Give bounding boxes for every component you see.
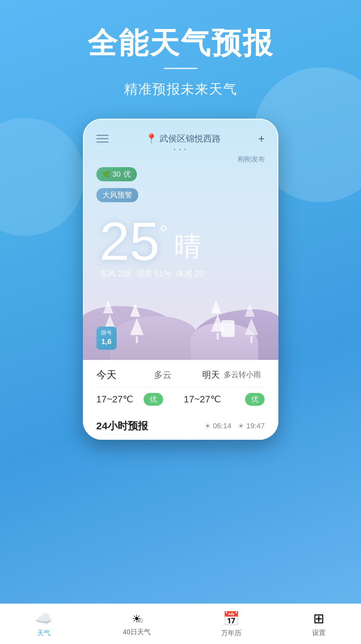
warning-text: 大风预警 (102, 190, 132, 200)
feel-info: 体感 25° (176, 268, 207, 279)
40day-nav-label: 40日天气 (123, 627, 151, 637)
hourly-forecast-header: 24小时预报 ☀ 06:14 ☀ 19:47 (83, 412, 278, 433)
calendar-nav-icon: 📅 (223, 611, 240, 626)
forecast-section: 今天 多云 明天 多云转小雨 17~27℃ 优 17~27℃ 优 24小时预报 (83, 360, 278, 440)
phone-inner: 📍 武侯区锦悦西路 + • • • 刚刚发布 🌿 30 优 大风预警 (83, 119, 278, 279)
calendar-nav-label: 万年历 (221, 628, 241, 638)
location-dots: • • • (96, 147, 265, 152)
plate-numbers: 1,6 (101, 337, 112, 347)
sunrise-icon: ☀ (205, 422, 211, 430)
nav-calendar[interactable]: 📅 万年历 (221, 611, 241, 638)
humidity-info: 湿度 51% (136, 268, 171, 279)
hero-title: 全能天气预报 (0, 27, 361, 60)
location-label: 📍 武侯区锦悦西路 (146, 133, 221, 145)
weather-details[interactable]: 东风 2级 湿度 51% 体感 25° › (96, 268, 265, 279)
sunset-info: ☀ 19:47 (238, 422, 265, 430)
publish-status: 刚刚发布 (96, 155, 265, 164)
weather-condition: 晴 (174, 228, 201, 265)
add-location-button[interactable]: + (258, 132, 265, 145)
hero-subtitle: 精准预报未来天气 (0, 80, 361, 98)
40day-nav-icon: ☀40 (132, 611, 142, 625)
tree-2 (130, 303, 144, 343)
settings-nav-label: 设置 (312, 628, 326, 637)
phone-frame: 📍 武侯区锦悦西路 + • • • 刚刚发布 🌿 30 优 大风预警 (83, 119, 278, 440)
today-temp: 17~27℃ (96, 394, 123, 405)
temperature-value: 25 (100, 214, 160, 268)
tomorrow-weather: 多云转小雨 (224, 370, 261, 380)
phone-wrapper: 📍 武侯区锦悦西路 + • • • 刚刚发布 🌿 30 优 大风预警 (0, 119, 361, 440)
nav-settings[interactable]: ⊞ 设置 (312, 611, 326, 637)
sun-times: ☀ 06:14 ☀ 19:47 (205, 422, 265, 430)
phone-topbar: 📍 武侯区锦悦西路 + (96, 132, 265, 145)
tomorrow-label: 明天 (202, 369, 220, 381)
character-illustration (221, 320, 235, 337)
chevron-right-icon: › (209, 269, 212, 278)
nav-weather[interactable]: ☁️ 天气 (35, 611, 52, 638)
nav-40day[interactable]: ☀40 40日天气 (123, 611, 151, 637)
weather-nav-icon: ☁️ (35, 611, 52, 626)
tomorrow-temp: 17~27℃ (184, 394, 221, 405)
degree-symbol: ° (159, 221, 168, 244)
sunrise-time: 06:14 (213, 422, 231, 430)
aqi-badge: 🌿 30 优 (96, 167, 137, 181)
wind-info: 东风 2级 (100, 268, 131, 279)
license-plate-badge: 限号 1,6 (96, 327, 117, 350)
menu-button[interactable] (96, 135, 109, 143)
aqi-label: 优 (123, 169, 131, 179)
hourly-section-title: 24小时预报 (96, 419, 148, 433)
leaf-icon: 🌿 (102, 171, 110, 178)
tomorrow-quality-badge: 优 (245, 393, 265, 406)
hero-section: 全能天气预报 精准预报未来天气 (0, 0, 361, 98)
scenic-illustration: 限号 1,6 (83, 286, 278, 360)
tree-4 (245, 303, 258, 343)
temperature-display: 25 ° 晴 (96, 211, 265, 268)
warning-badge: 大风预警 (96, 188, 138, 202)
location-pin-icon: 📍 (146, 133, 157, 144)
sunrise-info: ☀ 06:14 (205, 422, 231, 430)
aqi-value: 30 (113, 170, 121, 179)
location-text: 武侯区锦悦西路 (159, 133, 221, 145)
plate-restriction-label: 限号 (101, 329, 112, 337)
today-weather: 多云 (123, 369, 202, 381)
settings-nav-icon: ⊞ (313, 611, 325, 626)
bottom-navigation: ☁️ 天气 ☀40 40日天气 📅 万年历 ⊞ 设置 (0, 604, 361, 644)
sunset-time: 19:47 (246, 422, 265, 430)
today-quality-badge: 优 (144, 393, 163, 406)
today-label: 今天 (96, 368, 123, 382)
sunset-icon: ☀ (238, 422, 244, 430)
weather-nav-label: 天气 (37, 628, 51, 638)
hero-divider (164, 68, 198, 69)
